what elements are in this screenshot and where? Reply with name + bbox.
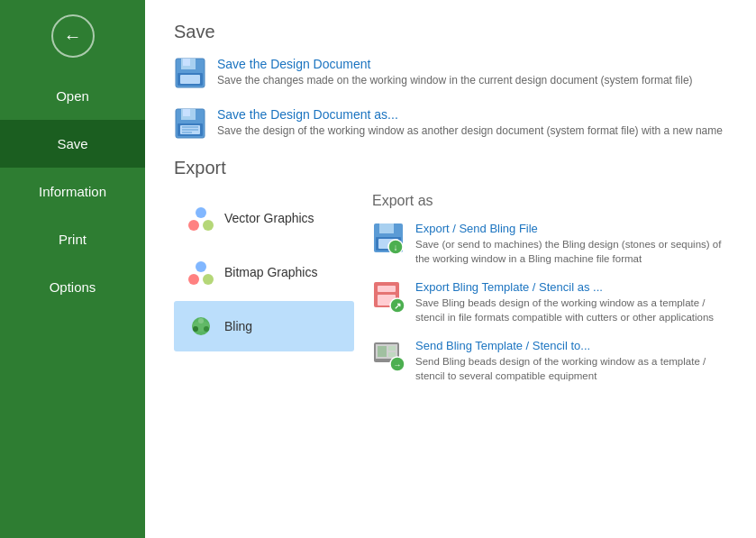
save-design-as-title[interactable]: Save the Design Document as... — [217, 107, 723, 122]
svg-point-21 — [198, 318, 204, 324]
save-design-icon — [174, 57, 206, 89]
svg-rect-25 — [379, 223, 394, 233]
bitmap-graphics-icon — [187, 258, 215, 287]
send-bling-template-desc: Send Bling beads design of the working w… — [415, 354, 727, 383]
export-bling-file-title[interactable]: Export / Send Bling File — [415, 222, 727, 235]
svg-point-23 — [193, 326, 198, 332]
back-button[interactable]: ← — [51, 14, 95, 58]
export-section: Export Vector Graphics — [174, 158, 727, 398]
sidebar: ← Open Save Information Print Options — [0, 0, 145, 538]
sidebar-item-options[interactable]: Options — [0, 263, 145, 311]
sidebar-item-information[interactable]: Information — [0, 168, 145, 215]
svg-point-15 — [203, 220, 214, 231]
save-design-as-desc: Save the design of the working window as… — [217, 123, 723, 139]
send-bling-template-title[interactable]: Send Bling Template / Stencil to... — [415, 339, 727, 352]
export-bling-item[interactable]: Bling — [174, 301, 354, 351]
send-bling-template-icon: → — [372, 339, 405, 371]
bling-icon — [187, 312, 215, 341]
bitmap-graphics-label: Bitmap Graphics — [224, 265, 317, 279]
save-section-title: Save — [174, 22, 727, 42]
send-bling-template-item: → Send Bling Template / Stencil to... Se… — [372, 339, 727, 383]
svg-rect-7 — [183, 109, 190, 116]
export-bling-file-desc: Save (or send to machines) the Bling des… — [415, 237, 727, 266]
svg-point-22 — [204, 326, 209, 332]
export-section-title: Export — [174, 158, 727, 178]
save-design-title[interactable]: Save the Design Document — [217, 57, 693, 71]
svg-text:→: → — [394, 360, 402, 369]
svg-rect-2 — [183, 59, 190, 66]
svg-rect-39 — [388, 352, 396, 357]
export-as-title: Export as — [372, 193, 727, 209]
save-design-text: Save the Design Document Save the change… — [217, 57, 693, 88]
svg-rect-37 — [378, 346, 387, 357]
save-design-as-item: Save the Design Document as... Save the … — [174, 107, 727, 140]
export-bling-template-icon: ↗ — [372, 280, 405, 313]
svg-rect-38 — [388, 346, 396, 351]
export-bling-file-item: ↓ Export / Send Bling File Save (or send… — [372, 222, 727, 266]
sidebar-item-save[interactable]: Save — [0, 120, 145, 168]
sidebar-item-open[interactable]: Open — [0, 72, 145, 120]
svg-text:↗: ↗ — [394, 301, 401, 311]
svg-rect-31 — [378, 286, 396, 292]
svg-point-18 — [203, 274, 214, 285]
save-design-as-text: Save the Design Document as... Save the … — [217, 107, 723, 139]
export-bling-file-icon: ↓ — [372, 222, 405, 254]
export-vector-item[interactable]: Vector Graphics — [174, 193, 354, 243]
export-right-panel: Export as ↓ Export / — [354, 193, 727, 398]
svg-point-13 — [188, 220, 199, 231]
main-content: Save Save the Design Document Save the c… — [145, 0, 756, 538]
bling-label: Bling — [224, 319, 252, 333]
vector-graphics-icon — [187, 204, 215, 233]
export-bling-template-item: ↗ Export Bling Template / Stencil as ...… — [372, 280, 727, 324]
export-left-panel: Vector Graphics Bitmap Graphics — [174, 193, 354, 398]
export-bitmap-item[interactable]: Bitmap Graphics — [174, 247, 354, 297]
vector-graphics-label: Vector Graphics — [224, 211, 314, 225]
save-design-desc: Save the changes made on the working win… — [217, 73, 693, 88]
svg-rect-4 — [180, 75, 200, 84]
svg-point-16 — [188, 274, 199, 285]
svg-point-14 — [196, 207, 206, 218]
export-bling-template-title[interactable]: Export Bling Template / Stencil as ... — [415, 280, 727, 294]
save-design-item: Save the Design Document Save the change… — [174, 57, 727, 89]
export-columns: Vector Graphics Bitmap Graphics — [174, 193, 727, 398]
svg-point-17 — [196, 261, 206, 272]
sidebar-item-print[interactable]: Print — [0, 215, 145, 263]
svg-text:↓: ↓ — [394, 242, 398, 252]
export-bling-template-desc: Save Bling beads design of the working w… — [415, 296, 727, 324]
save-design-as-icon — [174, 107, 206, 140]
